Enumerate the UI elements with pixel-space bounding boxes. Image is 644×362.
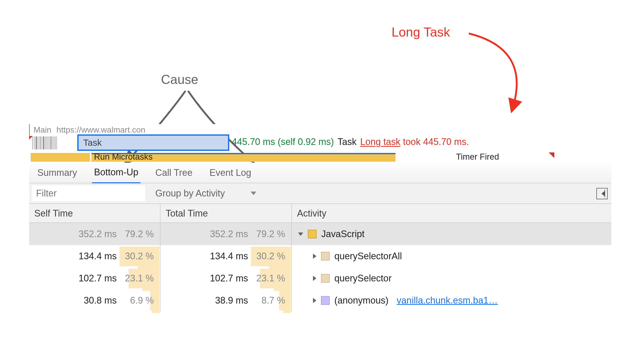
column-header-total-time[interactable]: Total Time	[160, 204, 292, 222]
filter-input[interactable]	[32, 185, 145, 201]
bottom-up-table-body: 352.2 ms79.2 %352.2 ms79.2 %JavaScript13…	[29, 223, 611, 312]
column-header-self-time[interactable]: Self Time	[29, 204, 160, 222]
annotation-long-task-label: Long Task	[392, 25, 450, 40]
details-tabs: Summary Bottom-Up Call Tree Event Log	[29, 163, 611, 183]
activity-name: querySelectorAll	[334, 251, 402, 262]
microtasks-label: Run Microtasks	[94, 152, 152, 162]
category-swatch-icon	[321, 252, 330, 261]
column-header-activity[interactable]: Activity	[292, 204, 611, 222]
group-by-dropdown[interactable]: Group by Activity	[155, 188, 256, 199]
total-time-value: 102.7 ms	[210, 273, 250, 284]
category-swatch-icon	[308, 230, 317, 238]
tab-call-tree[interactable]: Call Tree	[153, 163, 194, 183]
disclosure-down-icon[interactable]	[298, 232, 303, 236]
main-track-label: Main	[33, 125, 51, 135]
total-time-value: 352.2 ms	[210, 229, 250, 239]
activity-name: (anonymous)	[334, 295, 388, 306]
task-duration: 445.70 ms (self 0.92 ms)	[232, 136, 334, 147]
table-row[interactable]: 102.7 ms23.1 %102.7 ms23.1 %querySelecto…	[29, 267, 611, 289]
task-tooltip: 445.70 ms (self 0.92 ms) Task Long task …	[232, 136, 469, 147]
self-time-value: 134.4 ms	[79, 251, 119, 262]
main-track-url: https://www.walmart.con	[56, 125, 145, 135]
self-time-value: 102.7 ms	[79, 273, 119, 284]
disclosure-right-icon[interactable]	[313, 276, 316, 281]
source-file-link[interactable]: vanilla.chunk.esm.ba1…	[397, 295, 498, 306]
group-by-label: Group by Activity	[155, 188, 225, 199]
table-row[interactable]: 352.2 ms79.2 %352.2 ms79.2 %JavaScript	[29, 223, 611, 245]
total-time-pct: 23.1 %	[250, 273, 291, 284]
annotation-cause-label: Cause	[161, 72, 198, 87]
activity-name: JavaScript	[321, 229, 365, 239]
self-time-value: 30.8 ms	[84, 295, 119, 306]
activity-name: querySelector	[334, 273, 392, 284]
total-time-value: 38.9 ms	[215, 295, 250, 306]
long-task-marker-icon	[29, 136, 33, 140]
category-swatch-icon	[321, 296, 330, 305]
arrow-long-task-icon	[464, 28, 541, 113]
collapse-pane-icon[interactable]	[596, 188, 608, 199]
table-row[interactable]: 134.4 ms30.2 %134.4 ms30.2 %querySelecto…	[29, 245, 611, 267]
table-row[interactable]: 30.8 ms6.9 %38.9 ms8.7 %(anonymous)vanil…	[29, 289, 611, 312]
activity-barcode	[32, 136, 76, 149]
tab-bottom-up[interactable]: Bottom-Up	[92, 162, 140, 184]
disclosure-right-icon[interactable]	[313, 254, 316, 259]
flamegraph-bar[interactable]	[31, 153, 90, 162]
total-time-value: 134.4 ms	[210, 251, 250, 262]
filter-toolbar: Group by Activity	[29, 183, 611, 204]
total-time-pct: 79.2 %	[250, 229, 291, 239]
total-time-pct: 30.2 %	[250, 251, 291, 262]
tab-summary[interactable]: Summary	[35, 163, 79, 183]
flamegraph-track-header: Main https://www.walmart.con	[29, 124, 611, 136]
task-flamegraph-bar-selected[interactable]: Task	[77, 134, 229, 151]
task-word: Task	[337, 136, 357, 147]
table-header: Self Time Total Time Activity	[29, 204, 611, 223]
self-time-pct: 30.2 %	[119, 251, 160, 262]
long-task-took-text: took 445.70 ms.	[400, 136, 469, 147]
self-time-pct: 79.2 %	[119, 229, 160, 239]
self-time-value: 352.2 ms	[79, 229, 119, 239]
self-time-pct: 6.9 %	[119, 295, 160, 306]
task-bar-label: Task	[83, 137, 102, 148]
self-time-pct: 23.1 %	[119, 273, 160, 284]
long-task-marker-icon	[549, 152, 554, 158]
tab-event-log[interactable]: Event Log	[207, 163, 253, 183]
category-swatch-icon	[321, 274, 330, 283]
disclosure-right-icon[interactable]	[313, 298, 316, 303]
total-time-pct: 8.7 %	[250, 295, 291, 306]
long-task-link[interactable]: Long task	[360, 136, 400, 147]
chevron-down-icon	[251, 192, 256, 195]
timer-fired-label: Timer Fired	[456, 152, 499, 162]
